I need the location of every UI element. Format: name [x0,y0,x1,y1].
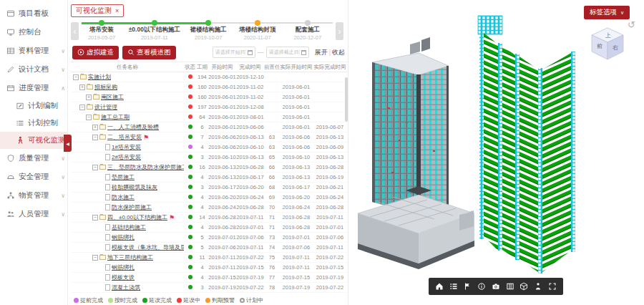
table-row[interactable]: −四、±0.00以下结构施工⚑142019-06-282019-07-11712… [71,213,348,223]
table-row[interactable]: −三、垫层防水及防水保护层施工162019-06-132019-06-28662… [71,163,348,173]
info-icon[interactable] [477,282,486,291]
structure-frame-model[interactable] [459,16,575,273]
sidebar-collapse-handle[interactable]: ◀ [64,135,72,152]
fullscreen-icon[interactable] [548,282,557,291]
task-name[interactable]: 1#塔吊安装 [112,143,141,151]
sidebar-item-progress[interactable]: 进度管理∧ [0,79,67,97]
task-name[interactable]: 南区施工 [101,93,124,101]
sidebar-item-quality[interactable]: 质量管理∨ [0,149,67,168]
sidebar-item-material[interactable]: 物资管理∨ [0,186,67,205]
model-cube-icon[interactable] [519,282,528,291]
table-row[interactable]: 防水保护层施工42019-06-242019-06-28702019-06-24… [71,203,348,213]
milestone-dot[interactable] [205,20,211,26]
table-row[interactable]: +一、人工清槽及验槽62019-06-012019-06-062019-06-0… [71,122,348,132]
table-row[interactable]: +南区施工1602019-06-012019-11-022019-06-01 [71,92,348,102]
table-row[interactable]: 模板支设（集水坑、导墙及后浇带）52019-07-062019-07-11742… [71,243,348,253]
sidebar-item-design-doc[interactable]: 设计文档∨ [0,60,67,79]
sidebar-item-personnel[interactable]: 人员管理∨ [0,205,67,223]
task-name[interactable]: 模板支设 [112,273,135,281]
table-row[interactable]: 基础结构施工42019-06-282019-07-01712019-06-282… [71,223,348,233]
expand-toggle-icon[interactable]: + [86,95,92,100]
collapse-toggle-icon[interactable]: − [92,165,98,170]
task-name[interactable]: 混凝土浇筑 [112,284,140,291]
refresh-view-icon[interactable]: ↺ [628,19,635,30]
table-row[interactable]: 钢筋绑扎52019-07-012019-07-06732019-07-01201… [71,233,348,243]
sidebar-item-safety[interactable]: 安全管理∨ [0,168,67,186]
task-name[interactable]: 钢筋绑扎 [112,233,135,241]
sidebar-item-plan-control[interactable]: 计划控制 [0,115,67,132]
table-row[interactable]: −地下三层结构施工112019-07-112019-07-22752019-07… [71,253,348,263]
sidebar-item-plan-edit[interactable]: 计划编制 [0,97,67,115]
end-date-input[interactable]: 请选择截止日期 [266,47,309,58]
task-name[interactable]: 招标采购 [94,83,117,91]
section-icon[interactable] [506,282,514,291]
tab-visual-monitor[interactable]: 可视化监测 × [71,4,124,17]
task-name[interactable]: 实施计划 [88,73,111,81]
table-row[interactable]: −设计管理1972019-06-012019-12-082019-06-01 [71,102,348,112]
table-row[interactable]: 垫层施工42019-06-132019-06-17662019-06-13201… [71,173,348,183]
task-name[interactable]: 施工总工期 [101,113,130,121]
task-name[interactable]: 模板支设（集水坑、导墙及后浇带） [112,243,184,251]
task-name[interactable]: 四、±0.00以下结构施工 [107,213,167,221]
tag-options-button[interactable]: 标签选项 ∨ [584,6,630,19]
milestone-dot[interactable] [99,20,104,26]
model-tree-icon[interactable] [449,282,458,291]
task-name[interactable]: 防水保护层施工 [112,203,152,211]
collapse-toggle-icon[interactable]: − [92,135,98,140]
expand-toggle-icon[interactable]: + [92,125,98,130]
timeline-next-button[interactable]: › [336,22,343,40]
table-row[interactable]: 混凝土浇筑32019-07-192019-07-22782019-07-1920… [71,283,348,293]
task-name[interactable]: 三、垫层防水及防水保护层施工 [107,163,184,171]
table-row[interactable]: −实施计划1942019-06-012019-12-10 [71,72,348,82]
close-icon[interactable]: × [115,7,119,14]
table-row[interactable]: 2#塔吊安装32019-06-102019-06-13652019-06-102… [71,152,348,163]
home-icon[interactable] [435,282,444,291]
milestone-dot[interactable] [255,20,260,26]
view-cube[interactable]: 上 前 右 [588,26,627,62]
legend-dot [205,298,210,303]
table-row[interactable]: −二、塔吊安装⚑72019-06-062019-06-13632019-06-0… [71,132,348,142]
expand-all-link[interactable]: 展开 [315,49,328,56]
collapse-toggle-icon[interactable]: − [92,215,98,221]
task-name[interactable]: 防水施工 [112,193,135,201]
expand-toggle-icon[interactable]: + [79,84,85,90]
sidebar-item-project-board[interactable]: 项目看板 [0,4,67,23]
start-date-input[interactable]: 请选择开始日期 [213,47,255,58]
sidebar-item-document[interactable]: 资料管理∨ [0,42,67,60]
task-name[interactable]: 一、人工清槽及验槽 [107,123,159,131]
status-cell [184,234,196,241]
table-row[interactable]: +招标采购1602019-06-012019-11-022019-06-01 [71,82,348,92]
table-row[interactable]: 模板支设42019-07-152019-07-19772019-07-15201… [71,273,348,283]
roam-icon[interactable] [534,282,542,291]
table-scrollbar[interactable] [345,77,348,122]
task-name[interactable]: 二、塔吊安装 [107,133,142,141]
table-row[interactable]: −施工总工期642019-06-012019-08-012019-06-01 [71,112,348,122]
collapse-toggle-icon[interactable]: − [86,115,92,120]
virtual-build-button[interactable]: 虚拟建造 [72,46,119,59]
task-name[interactable]: 设计管理 [94,103,117,111]
task-name[interactable]: 地下三层结构施工 [107,253,153,261]
model-viewport[interactable]: 标签选项 ∨ ↺ 上 前 右 [348,0,644,305]
collapse-all-link[interactable]: 收起 [332,49,345,56]
task-name[interactable]: 砖胎膜砌筑及抹灰 [112,183,157,191]
table-row[interactable]: 防水施工42019-06-202019-06-24692019-06-20201… [71,193,348,203]
flag-icon[interactable] [463,282,472,291]
timeline-prev-button[interactable]: ‹ [71,22,79,40]
view-gantt-button[interactable]: 查看横道图 [122,46,176,59]
collapse-toggle-icon[interactable]: − [92,255,98,261]
milestone-dot[interactable] [305,20,311,26]
snapshot-icon[interactable] [492,282,500,291]
collapse-toggle-icon[interactable]: − [73,74,79,80]
table-row[interactable]: 1#塔吊安装42019-06-062019-06-10632019-06-062… [71,142,348,152]
task-name[interactable]: 基础结构施工 [112,223,146,231]
task-name[interactable]: 钢筋绑扎 [112,263,135,271]
task-name[interactable]: 2#塔吊安装 [112,153,141,161]
task-name[interactable]: 垫层施工 [112,173,135,181]
sidebar-item-visual-monitor[interactable]: 可视化监测 [0,132,67,149]
sidebar-item-console[interactable]: 控制台 [0,23,67,42]
table-row[interactable]: 钢筋绑扎42019-07-112019-07-15762019-07-11201… [71,263,348,273]
milestone-dot[interactable] [152,20,157,26]
table-row[interactable]: 砖胎膜砌筑及抹灰32019-06-172019-06-20682019-06-1… [71,183,348,193]
tower-model[interactable] [358,37,474,269]
collapse-toggle-icon[interactable]: − [79,105,85,110]
